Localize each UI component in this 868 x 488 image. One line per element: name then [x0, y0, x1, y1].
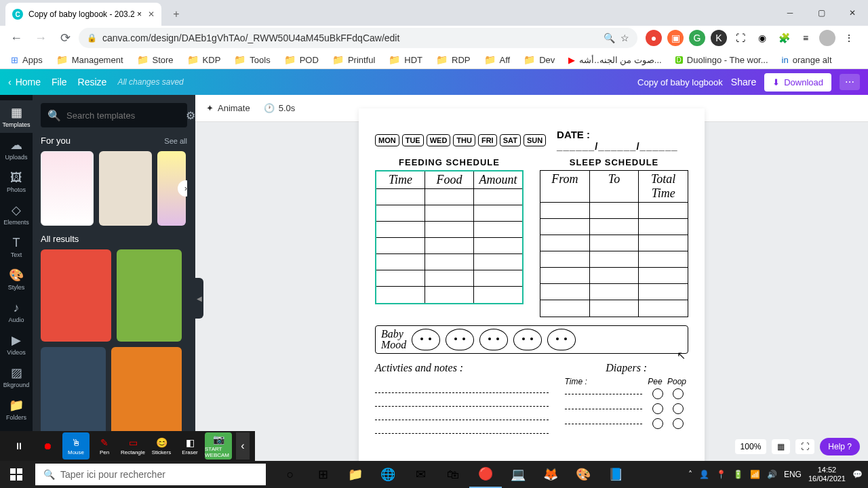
rail-templates[interactable]: ▦Templates	[0, 100, 33, 133]
language-indicator[interactable]: ENG	[784, 470, 802, 479]
app-icon[interactable]: 🎨	[567, 461, 599, 488]
template-card[interactable]	[99, 151, 152, 226]
share-button[interactable]: Share	[731, 77, 756, 87]
explorer-icon[interactable]: 📁	[339, 461, 372, 488]
store-icon[interactable]: 🛍	[437, 461, 469, 488]
maximize-button[interactable]: ▢	[806, 0, 837, 26]
edge-icon[interactable]: 🌐	[372, 461, 404, 488]
bookmark-folder[interactable]: 📁Printful	[327, 52, 380, 68]
notifications-icon[interactable]: 💬	[852, 470, 863, 479]
search-templates[interactable]: 🔍 ⚙	[41, 103, 187, 127]
rec-collapse[interactable]: ‹	[236, 432, 250, 460]
rail-elements[interactable]: ◇Elements	[0, 198, 33, 230]
cortana-icon[interactable]: ○	[274, 461, 307, 488]
close-tab-icon[interactable]: ✕	[148, 9, 155, 19]
close-window-button[interactable]: ✕	[837, 0, 868, 26]
more-menu-button[interactable]: ⋯	[840, 74, 860, 90]
bookmark-folder[interactable]: 📁Dev	[518, 52, 560, 68]
rail-videos[interactable]: ▶Videos	[0, 328, 33, 361]
extension-icon[interactable]: ◉	[754, 30, 770, 46]
app-icon[interactable]: 📘	[599, 461, 632, 488]
taskbar-search[interactable]: 🔍 Taper ici pour rechercher	[35, 464, 266, 485]
volume-icon[interactable]: 🔊	[767, 470, 777, 479]
reload-button[interactable]: ⟳	[54, 27, 76, 49]
bookmark-folder[interactable]: 📁Tools	[229, 52, 275, 68]
help-button[interactable]: Help ?	[820, 438, 860, 455]
rec-mouse[interactable]: 🖱Mouse	[62, 432, 90, 460]
rec-rectangle[interactable]: ▭Rectangle	[119, 432, 146, 460]
activities-section[interactable]: Activties and notes :	[375, 362, 549, 434]
bookmark-folder[interactable]: 📁POD	[279, 52, 324, 68]
day-fri[interactable]: FRI	[478, 134, 497, 146]
fullscreen-icon[interactable]: ⛶	[795, 439, 814, 454]
forward-button[interactable]: →	[30, 27, 52, 49]
mood-section[interactable]: BabyMood	[375, 325, 688, 354]
bookmark-folder[interactable]: 📁RDP	[431, 52, 475, 68]
profile-avatar[interactable]	[819, 30, 835, 46]
extension-icon[interactable]: ▣	[667, 30, 684, 46]
rec-pause[interactable]: ⏸	[5, 432, 33, 460]
animate-button[interactable]: ✦Animate	[206, 103, 250, 113]
day-tue[interactable]: TUE	[402, 134, 424, 146]
extension-icon[interactable]: K	[711, 30, 727, 46]
extension-icon[interactable]: ●	[646, 30, 662, 46]
home-button[interactable]: ‹Home	[8, 77, 41, 87]
apps-bookmark[interactable]: ⊞Apps	[5, 52, 48, 68]
template-card[interactable]	[41, 249, 111, 342]
rail-audio[interactable]: ♪Audio	[0, 296, 33, 328]
feeding-table[interactable]: Time Food Amount	[375, 170, 524, 304]
bookmark-folder[interactable]: 📁Management	[51, 52, 129, 68]
duration-button[interactable]: 🕐5.0s	[264, 103, 296, 113]
file-menu[interactable]: File	[52, 77, 67, 87]
start-button[interactable]	[0, 461, 33, 488]
browser-tab[interactable]: C Copy of baby logbook - 203.2 × ✕	[5, 3, 161, 26]
bookmark-star-icon[interactable]: ☆	[620, 33, 629, 43]
bookmark-link[interactable]: DDuolingo - The wor...	[670, 52, 774, 68]
template-card[interactable]	[111, 347, 182, 435]
see-all-link[interactable]: See all	[164, 137, 187, 145]
rail-photos[interactable]: 🖼Photos	[0, 165, 33, 198]
bookmark-folder[interactable]: 📁Aff	[479, 52, 516, 68]
day-wed[interactable]: WED	[427, 134, 451, 146]
address-bar[interactable]: 🔒 canva.com/design/DAEb1gVhTAo/_RWW50U4a…	[79, 28, 637, 48]
filter-icon[interactable]: ⚙	[186, 109, 195, 122]
people-icon[interactable]: 👤	[699, 470, 709, 479]
search-input[interactable]	[66, 110, 180, 121]
template-card[interactable]	[117, 249, 182, 342]
bookmark-folder[interactable]: 📁KDP	[182, 52, 226, 68]
rail-uploads[interactable]: ☁Uploads	[0, 133, 33, 165]
template-card[interactable]	[41, 347, 106, 435]
document-title[interactable]: Copy of baby logbook	[637, 77, 723, 87]
minimize-button[interactable]: ─	[774, 0, 806, 26]
diapers-section[interactable]: Diapers : Time : Pee Poop	[565, 362, 689, 434]
day-sun[interactable]: SUN	[524, 134, 546, 146]
back-button[interactable]: ←	[5, 27, 27, 49]
pycharm-icon[interactable]: 💻	[502, 461, 534, 488]
download-button[interactable]: ⬇Download	[764, 73, 831, 92]
chrome-icon[interactable]: 🔴	[469, 461, 502, 488]
extension-icon[interactable]: G	[689, 30, 705, 46]
template-card[interactable]	[41, 151, 94, 226]
day-sat[interactable]: SAT	[500, 134, 521, 146]
bookmark-folder[interactable]: 📁Store	[132, 52, 179, 68]
rec-pen[interactable]: ✎Pen	[91, 432, 118, 460]
collapse-panel-button[interactable]: ◀	[195, 278, 203, 319]
battery-icon[interactable]: 🔋	[733, 470, 743, 479]
new-tab-button[interactable]: +	[167, 5, 186, 24]
firefox-icon[interactable]: 🦊	[534, 461, 567, 488]
zoom-level[interactable]: 100%	[735, 439, 767, 454]
grid-view-icon[interactable]: ▦	[772, 439, 790, 454]
rec-webcam[interactable]: 📷START WEBCAM	[205, 432, 232, 460]
day-thu[interactable]: THU	[453, 134, 475, 146]
resize-menu[interactable]: Resize	[78, 77, 107, 87]
rec-stickers[interactable]: 😊Stickers	[148, 432, 175, 460]
chrome-menu-icon[interactable]: ⋮	[841, 30, 857, 46]
location-icon[interactable]: 📍	[716, 470, 726, 479]
rec-eraser[interactable]: ◧Eraser	[176, 432, 203, 460]
sleep-table[interactable]: From To Total Time	[540, 170, 688, 317]
day-mon[interactable]: MON	[375, 134, 399, 146]
rail-background[interactable]: ▨Bkground	[0, 361, 33, 393]
bookmark-link[interactable]: ▶صوت من الجنه..أشه...	[563, 52, 667, 68]
tray-expand-icon[interactable]: ˄	[688, 470, 692, 479]
extension-icon[interactable]: ⛶	[732, 30, 749, 46]
